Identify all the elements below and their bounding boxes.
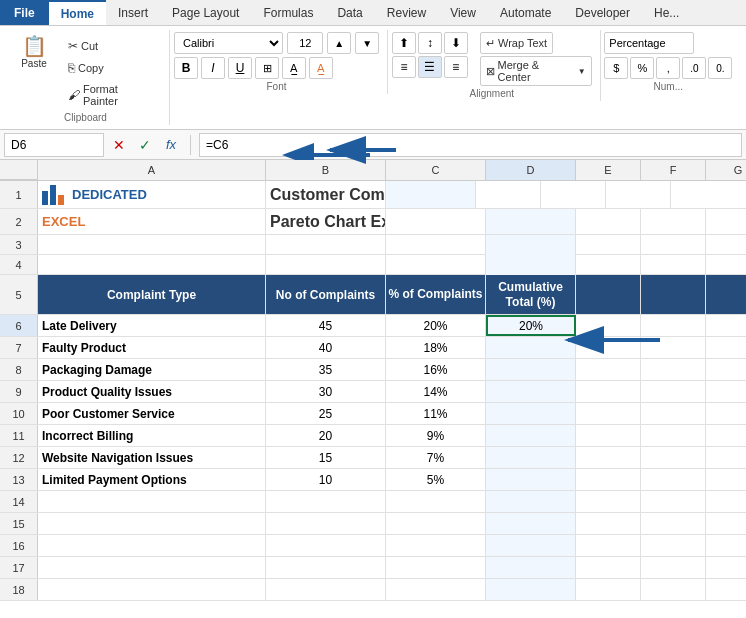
font-size-increase-button[interactable]: ▲ <box>327 32 351 54</box>
cell-f18[interactable] <box>641 579 706 600</box>
cell-g1[interactable] <box>606 181 671 208</box>
formula-confirm-button[interactable]: ✓ <box>134 134 156 156</box>
cell-b10[interactable]: 25 <box>266 403 386 424</box>
cell-a15[interactable] <box>38 513 266 534</box>
border-button[interactable]: ⊞ <box>255 57 279 79</box>
cell-g16[interactable] <box>706 535 746 556</box>
cell-e7[interactable] <box>576 337 641 358</box>
cell-f3[interactable] <box>641 235 706 255</box>
cell-c16[interactable] <box>386 535 486 556</box>
cell-f4[interactable] <box>641 255 706 275</box>
cut-button[interactable]: ✂ Cut <box>62 36 161 56</box>
cell-g17[interactable] <box>706 557 746 578</box>
cell-a7[interactable]: Faulty Product <box>38 337 266 358</box>
cell-c4[interactable] <box>386 255 486 275</box>
cell-c17[interactable] <box>386 557 486 578</box>
cell-b13[interactable]: 10 <box>266 469 386 490</box>
italic-button[interactable]: I <box>201 57 225 79</box>
cell-e10[interactable] <box>576 403 641 424</box>
cell-c6[interactable]: 20% <box>386 315 486 336</box>
comma-button[interactable]: , <box>656 57 680 79</box>
cell-b2[interactable]: Pareto Chart Example <box>266 209 386 234</box>
cell-g8[interactable] <box>706 359 746 380</box>
cell-c7[interactable]: 18% <box>386 337 486 358</box>
menu-help[interactable]: He... <box>642 0 691 25</box>
cell-b1[interactable]: Customer Complaints <box>266 181 386 208</box>
cell-g3[interactable] <box>706 235 746 255</box>
align-center-button[interactable]: ☰ <box>418 56 442 78</box>
cell-c15[interactable] <box>386 513 486 534</box>
merge-dropdown-icon[interactable]: ▼ <box>578 67 586 76</box>
cell-e3[interactable] <box>576 235 641 255</box>
cell-b16[interactable] <box>266 535 386 556</box>
cell-a11[interactable]: Incorrect Billing <box>38 425 266 446</box>
cell-b12[interactable]: 15 <box>266 447 386 468</box>
cell-d1[interactable] <box>386 181 476 208</box>
cell-b18[interactable] <box>266 579 386 600</box>
cell-e18[interactable] <box>576 579 641 600</box>
bold-button[interactable]: B <box>174 57 198 79</box>
cell-f12[interactable] <box>641 447 706 468</box>
cell-b6[interactable]: 45 <box>266 315 386 336</box>
cell-d6[interactable]: 20% <box>486 315 576 336</box>
cell-e17[interactable] <box>576 557 641 578</box>
cell-e2[interactable] <box>576 209 641 234</box>
copy-button[interactable]: ⎘ Copy <box>62 58 161 78</box>
cell-c3[interactable] <box>386 235 486 255</box>
cell-e15[interactable] <box>576 513 641 534</box>
cell-b8[interactable]: 35 <box>266 359 386 380</box>
cell-b4[interactable] <box>266 255 386 275</box>
cell-a10[interactable]: Poor Customer Service <box>38 403 266 424</box>
cell-b5-header[interactable]: No of Complaints <box>266 275 386 314</box>
cell-c13[interactable]: 5% <box>386 469 486 490</box>
cell-d3[interactable] <box>486 235 576 255</box>
wrap-text-button[interactable]: ↵ Wrap Text <box>480 32 553 54</box>
cell-a5-header[interactable]: Complaint Type <box>38 275 266 314</box>
align-bottom-button[interactable]: ⬇ <box>444 32 468 54</box>
cell-d17[interactable] <box>486 557 576 578</box>
cell-g11[interactable] <box>706 425 746 446</box>
menu-review[interactable]: Review <box>375 0 438 25</box>
cell-e8[interactable] <box>576 359 641 380</box>
cell-g13[interactable] <box>706 469 746 490</box>
cell-e13[interactable] <box>576 469 641 490</box>
menu-data[interactable]: Data <box>325 0 374 25</box>
cell-f10[interactable] <box>641 403 706 424</box>
cell-c18[interactable] <box>386 579 486 600</box>
cell-c14[interactable] <box>386 491 486 512</box>
underline-button[interactable]: U <box>228 57 252 79</box>
cell-g12[interactable] <box>706 447 746 468</box>
font-size-input[interactable] <box>287 32 323 54</box>
cell-d18[interactable] <box>486 579 576 600</box>
cell-g15[interactable] <box>706 513 746 534</box>
cell-a3[interactable] <box>38 235 266 255</box>
cell-f6[interactable] <box>641 315 706 336</box>
cell-b3[interactable] <box>266 235 386 255</box>
cell-f14[interactable] <box>641 491 706 512</box>
cell-e14[interactable] <box>576 491 641 512</box>
cell-a17[interactable] <box>38 557 266 578</box>
cell-e6[interactable] <box>576 315 641 336</box>
cell-g7[interactable] <box>706 337 746 358</box>
cell-d11[interactable] <box>486 425 576 446</box>
align-left-button[interactable]: ≡ <box>392 56 416 78</box>
cell-reference-input[interactable] <box>4 133 104 157</box>
formula-input[interactable] <box>199 133 742 157</box>
cell-b15[interactable] <box>266 513 386 534</box>
cell-g4[interactable] <box>706 255 746 275</box>
cell-g2[interactable] <box>706 209 746 234</box>
cell-a13[interactable]: Limited Payment Options <box>38 469 266 490</box>
cell-b14[interactable] <box>266 491 386 512</box>
cell-a4[interactable] <box>38 255 266 275</box>
cell-g9[interactable] <box>706 381 746 402</box>
menu-home[interactable]: Home <box>49 0 106 25</box>
cell-c11[interactable]: 9% <box>386 425 486 446</box>
menu-developer[interactable]: Developer <box>563 0 642 25</box>
cell-e16[interactable] <box>576 535 641 556</box>
font-size-decrease-button[interactable]: ▼ <box>355 32 379 54</box>
cell-f9[interactable] <box>641 381 706 402</box>
cell-g14[interactable] <box>706 491 746 512</box>
align-top-button[interactable]: ⬆ <box>392 32 416 54</box>
menu-automate[interactable]: Automate <box>488 0 563 25</box>
cell-d4[interactable] <box>486 255 576 275</box>
